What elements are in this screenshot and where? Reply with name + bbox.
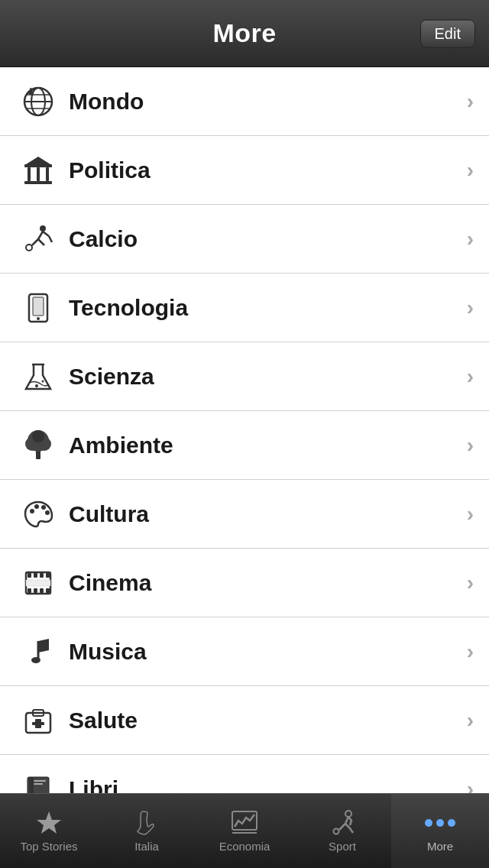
tab-more[interactable]: More [391,794,489,868]
world-icon [15,85,61,118]
svg-point-14 [40,225,46,232]
svg-point-33 [34,504,39,509]
item-label-cultura: Cultura [61,501,461,527]
sport-icon [328,809,357,837]
film-icon [15,566,61,600]
tab-label-top-stories: Top Stories [20,840,77,853]
tab-label-more: More [427,840,453,853]
tab-bar: Top Stories Italia Economia [0,793,489,868]
chevron-icon: › [467,708,474,733]
svg-point-32 [30,509,34,513]
economia-icon [230,809,259,837]
chevron-icon: › [467,640,474,664]
svg-point-34 [41,505,46,510]
politics-icon [15,154,61,187]
chevron-icon: › [467,502,474,526]
item-label-cinema: Cinema [61,570,461,596]
health-icon [15,704,61,737]
item-label-musica: Musica [61,639,461,665]
svg-rect-10 [28,167,31,181]
list-item-musica[interactable]: Musica › [0,617,489,686]
chevron-icon: › [467,364,474,389]
item-label-ambiente: Ambiente [61,432,461,458]
chevron-icon: › [467,227,474,251]
svg-line-16 [32,239,38,245]
svg-rect-54 [34,783,43,785]
list-item-calcio[interactable]: Calcio › [0,205,489,274]
svg-rect-44 [46,588,50,593]
tab-label-italia: Italia [134,840,159,853]
top-stories-icon [34,809,63,837]
svg-point-26 [42,380,44,382]
italia-icon [132,809,161,837]
svg-rect-50 [32,722,44,725]
svg-rect-39 [40,573,44,578]
navigation-bar: More Edit [0,0,489,67]
item-label-politica: Politica [61,157,461,183]
chevron-icon: › [467,296,474,320]
list-item-ambiente[interactable]: Ambiente › [0,411,489,480]
list-item-cinema[interactable]: Cinema › [0,549,489,617]
item-label-scienza: Scienza [61,364,461,390]
soccer-icon [15,222,61,256]
music-icon [15,635,61,669]
svg-rect-53 [34,780,46,782]
list-item-tecnologia[interactable]: Tecnologia › [0,274,489,342]
svg-point-58 [345,811,351,817]
tab-sport[interactable]: Sport [293,794,391,868]
svg-rect-9 [24,164,52,167]
page-title: More [212,18,276,48]
svg-rect-8 [24,181,52,184]
more-dots-icon [426,809,455,837]
svg-rect-22 [33,297,44,316]
svg-point-25 [35,384,38,387]
svg-line-17 [38,239,44,245]
list-item-politica[interactable]: Politica › [0,136,489,205]
edit-button[interactable]: Edit [420,19,475,47]
svg-rect-12 [46,167,49,181]
list-item-salute[interactable]: Salute › [0,686,489,755]
chevron-icon: › [467,571,474,595]
culture-icon [15,497,61,531]
chevron-icon: › [467,89,474,114]
svg-rect-41 [28,588,31,593]
chevron-icon: › [467,433,474,458]
chevron-icon: › [467,158,474,183]
svg-point-23 [37,317,40,320]
menu-list: Mondo › Politica › [0,67,489,824]
tablet-icon [15,291,61,325]
svg-point-31 [32,430,44,442]
tab-top-stories[interactable]: Top Stories [0,794,98,868]
svg-point-35 [45,510,50,515]
svg-marker-13 [26,157,50,164]
svg-rect-40 [46,573,50,578]
item-label-tecnologia: Tecnologia [61,295,461,321]
tree-icon [15,429,61,462]
svg-rect-11 [37,167,40,181]
svg-line-15 [38,232,43,239]
science-icon [15,360,61,394]
list-item-mondo[interactable]: Mondo › [0,67,489,136]
svg-point-46 [31,657,40,663]
item-label-calcio: Calcio [61,226,461,252]
svg-line-18 [43,232,49,236]
tab-italia[interactable]: Italia [98,794,196,868]
svg-rect-42 [34,588,37,593]
svg-point-59 [334,829,339,834]
tab-economia[interactable]: Economia [196,794,293,868]
svg-marker-55 [37,811,61,834]
item-label-salute: Salute [61,708,461,734]
tab-label-economia: Economia [219,840,270,853]
svg-rect-38 [34,573,37,578]
svg-line-19 [49,236,52,242]
svg-rect-37 [28,573,31,578]
svg-rect-45 [26,580,50,586]
svg-rect-43 [40,588,44,593]
tab-label-sport: Sport [329,840,356,853]
svg-point-20 [26,245,32,251]
list-item-scienza[interactable]: Scienza › [0,342,489,411]
item-label-mondo: Mondo [61,89,461,115]
list-item-cultura[interactable]: Cultura › [0,480,489,549]
